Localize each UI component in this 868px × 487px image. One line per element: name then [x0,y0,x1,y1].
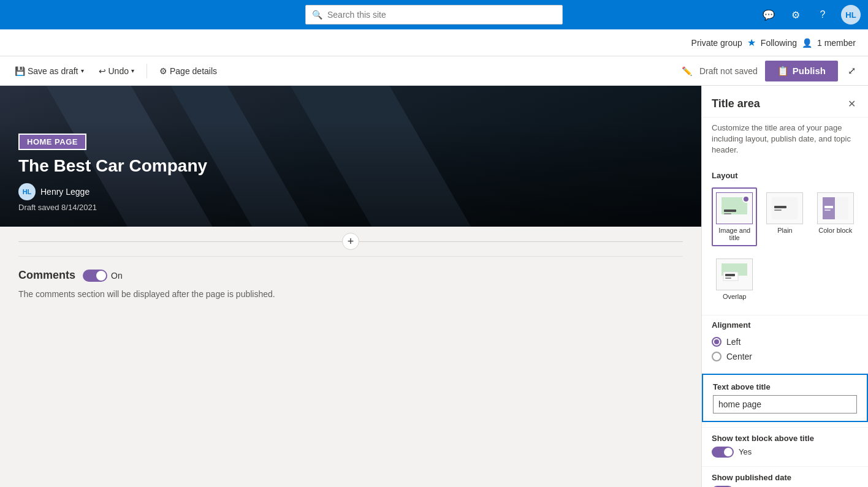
draft-status-label: Draft not saved [699,66,758,76]
comments-toggle[interactable]: On [83,270,123,282]
show-published-date-label: Show published date [712,473,858,482]
toolbar-separator [147,64,147,78]
image-and-title-label: Image and title [715,227,753,241]
right-panel: Title area ✕ Customize the title area of… [701,86,868,487]
layout-option-overlap[interactable]: Overlap [712,254,757,305]
page-details-button[interactable]: ⚙ Page details [154,64,222,78]
help-icon[interactable]: ? [814,6,831,23]
toggle-thumb [96,271,106,281]
settings-icon[interactable]: ⚙ [787,6,804,23]
following-button[interactable]: Following [761,38,797,48]
add-section-button[interactable]: + [342,233,359,250]
panel-close-button[interactable]: ✕ [845,96,858,112]
svg-rect-9 [824,210,831,211]
undo-button[interactable]: ↩ Undo ▾ [94,64,139,78]
following-label: Following [761,38,797,48]
hero-author: HL Henry Legge [18,183,683,200]
private-group-label: Private group [691,38,742,48]
draft-status: ✏️ Draft not saved 📋 Publish ⤢ [682,61,858,81]
show-text-block-section: Show text block above title Yes [702,427,868,466]
publish-icon: 📋 [777,66,789,77]
show-text-block-toggle-row: Yes [712,447,858,458]
main-layout: HOME PAGE The Best Car Company HL Henry … [0,86,868,487]
private-group-section: Private group ★ Following 👤 1 member [691,37,856,48]
comments-header: Comments On [18,269,683,282]
left-radio [712,337,721,347]
alignment-center-option[interactable]: Center [712,349,858,364]
overlap-icon [721,263,747,285]
hero-area: HOME PAGE The Best Car Company HL Henry … [0,86,701,227]
search-container: 🔍 [305,5,563,25]
svg-rect-12 [725,274,735,276]
show-published-date-section: Show published date Yes [702,466,868,487]
save-draft-chevron-icon: ▾ [81,67,84,74]
panel-header: Title area ✕ [702,86,868,118]
alignment-label: Alignment [712,320,858,334]
publish-label: Publish [793,66,826,76]
alignment-left-option[interactable]: Left [712,334,858,349]
comments-title: Comments [18,269,75,282]
text-above-title-input[interactable] [713,395,857,413]
member-count-label: 1 member [817,38,856,48]
plain-icon [772,197,798,219]
text-above-title-label: Text above title [713,382,857,391]
draft-icon: ✏️ [682,66,692,76]
home-page-badge: HOME PAGE [18,134,86,150]
overlap-label: Overlap [723,293,747,300]
page-details-icon: ⚙ [159,66,167,76]
alignment-left-label: Left [726,337,740,347]
layout-options-second-row: Overlap [702,254,868,315]
toggle-track[interactable] [83,270,107,282]
page-content: HOME PAGE The Best Car Company HL Henry … [0,86,701,487]
svg-rect-4 [774,206,786,208]
show-text-block-thumb [724,448,733,456]
alignment-section: Alignment Left Center [702,315,868,369]
hero-overlay: HOME PAGE The Best Car Company HL Henry … [0,121,701,227]
avatar[interactable]: HL [841,5,861,25]
svg-rect-13 [725,277,731,279]
hero-title[interactable]: The Best Car Company [18,156,683,176]
layout-icon-plain [766,192,803,224]
svg-rect-8 [824,206,833,208]
layout-option-plain[interactable]: Plain [762,187,807,246]
layout-option-image-and-title[interactable]: Image and title [712,187,757,246]
color-block-icon [823,197,848,219]
comments-description: The comments section will be displayed a… [18,289,683,299]
author-name: Henry Legge [40,187,89,197]
save-as-draft-label: Save as draft [28,66,78,76]
page-details-label: Page details [170,66,217,76]
plain-label: Plain [777,227,792,234]
comments-container: Comments On The comments section will be… [0,257,701,311]
panel-description: Customize the title area of your page in… [702,118,868,166]
show-text-block-toggle[interactable] [712,447,734,458]
draft-saved-info: Draft saved 8/14/2021 [18,203,683,212]
save-draft-icon: 💾 [15,66,25,76]
top-nav-bar: 🔍 💬 ⚙ ? HL [0,0,868,29]
author-avatar: HL [18,183,36,200]
search-box[interactable]: 🔍 [305,5,563,25]
layout-section-label: Layout [702,166,868,185]
toggle-label: On [111,271,123,281]
search-input[interactable] [327,10,556,20]
member-icon: 👤 [802,38,812,48]
show-text-block-value: Yes [739,447,752,456]
top-nav-right: 💬 ⚙ ? HL [760,5,861,25]
publish-button[interactable]: 📋 Publish [765,61,838,81]
svg-rect-2 [724,213,731,214]
show-text-block-label: Show text block above title [712,434,858,443]
layout-icon-image-and-title [716,192,753,224]
undo-icon: ↩ [99,66,106,76]
save-as-draft-button[interactable]: 💾 Save as draft ▾ [10,64,89,78]
svg-rect-5 [774,210,782,211]
selected-indicator [742,195,750,203]
toolbar: 💾 Save as draft ▾ ↩ Undo ▾ ⚙ Page detail… [0,56,868,86]
secondary-bar: Private group ★ Following 👤 1 member [0,29,868,56]
layout-option-color-block[interactable]: Color block [813,187,858,246]
undo-chevron-icon: ▾ [131,67,134,74]
layout-options-grid: Image and title Plain [702,185,868,254]
alignment-center-label: Center [726,352,752,361]
color-block-label: Color block [818,227,852,234]
search-icon: 🔍 [312,10,322,20]
expand-button[interactable]: ⤢ [845,62,858,79]
chat-icon[interactable]: 💬 [760,6,777,23]
